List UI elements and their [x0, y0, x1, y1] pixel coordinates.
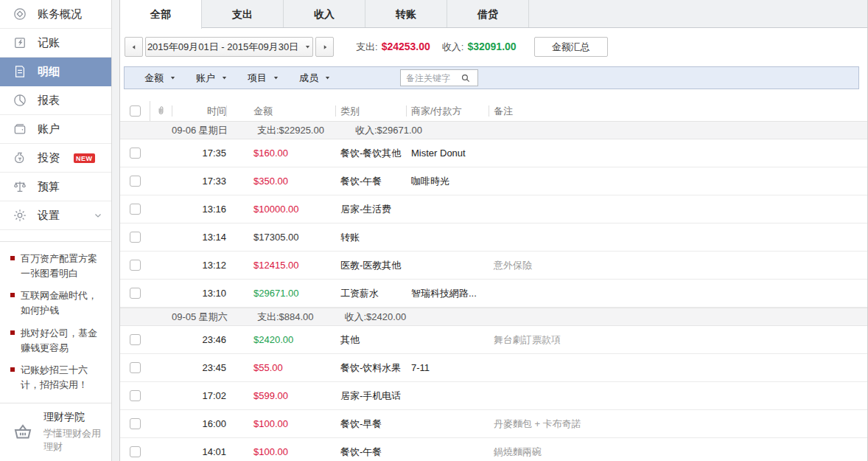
transaction-amount: $10000.00 — [226, 204, 335, 215]
transaction-note: 鍋燒麵兩碗 — [489, 446, 867, 459]
header-checkbox-cell — [120, 101, 150, 121]
search-icon[interactable] — [461, 73, 471, 83]
transaction-row[interactable]: 14:01$100.00餐饮-午餐鍋燒麵兩碗 — [120, 438, 867, 461]
news-link[interactable]: 记账妙招三十六计，招招实用！ — [10, 363, 104, 392]
row-checkbox[interactable] — [130, 334, 141, 345]
date-range-label: 2015年09月01日 - 2015年09月30日 — [147, 41, 298, 54]
row-checkbox[interactable] — [130, 446, 141, 457]
header-note: 备注 — [489, 105, 867, 117]
news-link[interactable]: 挑对好公司，基金赚钱更容易 — [10, 326, 104, 356]
row-checkbox[interactable] — [130, 418, 141, 429]
transaction-row[interactable]: 17:35$160.00餐饮-餐饮其他Mister Donut — [120, 139, 867, 167]
sidebar-item-settings[interactable]: 设置 — [0, 201, 111, 230]
select-all-checkbox[interactable] — [130, 105, 141, 117]
note-search-box — [400, 69, 478, 86]
income-value: $32091.00 — [467, 41, 516, 52]
transaction-merchant: 7-11 — [406, 362, 489, 373]
transaction-category: 餐饮-午餐 — [335, 175, 406, 188]
transaction-time: 23:46 — [172, 334, 226, 345]
news-link-text: 百万资产配置方案 一张图看明白 — [21, 252, 104, 281]
header-time: 时间 — [172, 105, 226, 117]
row-checkbox-cell — [120, 334, 150, 345]
coin-overview-icon — [12, 6, 28, 22]
transaction-time: 17:33 — [172, 176, 226, 187]
transaction-time: 13:10 — [172, 288, 226, 299]
paperclip-icon — [150, 101, 172, 121]
next-period-button[interactable] — [315, 37, 334, 57]
tab-expense[interactable]: 支出 — [202, 0, 284, 27]
row-checkbox[interactable] — [130, 148, 141, 159]
row-checkbox[interactable] — [130, 232, 141, 243]
sidebar-item-record[interactable]: 记账 — [0, 29, 111, 58]
header-merchant: 商家/付款方 — [406, 105, 489, 117]
header-category: 类别 — [335, 105, 406, 117]
sidebar-item-label: 报表 — [38, 94, 60, 108]
transaction-time: 17:35 — [172, 148, 226, 159]
row-checkbox[interactable] — [130, 176, 141, 187]
transaction-note: 意外保險 — [489, 259, 867, 272]
amount-total-button[interactable]: 金额汇总 — [534, 37, 608, 57]
transaction-row[interactable]: 13:14$17305.00转账 — [120, 223, 867, 252]
row-checkbox[interactable] — [130, 204, 141, 215]
row-checkbox[interactable] — [130, 362, 141, 373]
sidebar-item-invest[interactable]: 投资NEW — [0, 144, 111, 173]
transaction-category: 转账 — [335, 231, 406, 244]
transaction-time: 13:14 — [172, 232, 226, 243]
row-checkbox-cell — [120, 260, 150, 271]
group-income-summary: 收入:$29671.00 — [355, 124, 422, 137]
sidebar-item-account[interactable]: 账户 — [0, 115, 111, 144]
chevron-down-icon — [94, 211, 102, 220]
sidebar-item-overview[interactable]: 账务概况 — [0, 0, 111, 29]
toolbar: 2015年09月01日 - 2015年09月30日 支出: $24253.00 … — [120, 28, 867, 65]
filter-label: 金额 — [144, 72, 164, 85]
note-search-input[interactable] — [406, 73, 459, 83]
row-checkbox[interactable] — [130, 288, 141, 299]
row-checkbox[interactable] — [130, 260, 141, 271]
transaction-amount: $17305.00 — [226, 232, 335, 243]
sidebar-item-budget[interactable]: 预算 — [0, 173, 111, 201]
row-checkbox-cell — [120, 418, 150, 429]
main-panel: 全部支出收入转账借贷 2015年09月01日 - 2015年09月30日 支出:… — [119, 0, 868, 461]
transaction-row[interactable]: 17:33$350.00餐饮-午餐咖啡時光 — [120, 167, 867, 195]
tab-all[interactable]: 全部 — [120, 0, 202, 29]
group-expense-summary: 支出:$884.00 — [257, 311, 314, 324]
prev-period-button[interactable] — [125, 37, 143, 57]
filter-project-dropdown[interactable]: 项目 — [248, 72, 279, 85]
news-link[interactable]: 百万资产配置方案 一张图看明白 — [10, 252, 104, 281]
gear-icon — [12, 207, 28, 223]
transaction-row[interactable]: 16:00$100.00餐饮-早餐丹麥麵包 + 卡布奇諾 — [120, 410, 867, 438]
sidebar-item-label: 账户 — [38, 122, 60, 136]
filter-account-dropdown[interactable]: 账户 — [196, 72, 228, 85]
row-checkbox[interactable] — [130, 390, 141, 401]
transaction-time: 23:45 — [172, 362, 226, 373]
tab-income[interactable]: 收入 — [284, 0, 365, 27]
sidebar-item-detail[interactable]: 明细 — [0, 58, 111, 86]
note-pen-icon — [12, 35, 28, 51]
row-checkbox-cell — [120, 232, 150, 243]
date-range-button[interactable]: 2015年09月01日 - 2015年09月30日 — [145, 37, 313, 57]
sidebar-item-report[interactable]: 报表 — [0, 86, 111, 115]
transaction-category: 医教-医教其他 — [335, 259, 406, 272]
transaction-row[interactable]: 13:10$29671.00工资薪水智瑞科技網路... — [120, 280, 867, 308]
news-link-text: 互联网金融时代，如何护钱 — [21, 288, 104, 318]
promo-academy[interactable]: 理财学院学懂理财会用理财 — [0, 403, 111, 461]
transaction-row[interactable]: 17:02$599.00居家-手机电话 — [120, 382, 867, 410]
row-checkbox-cell — [120, 176, 150, 187]
bullet-icon — [10, 330, 15, 335]
tab-transfer[interactable]: 转账 — [365, 0, 447, 27]
filter-amount-dropdown[interactable]: 金额 — [144, 72, 176, 85]
tab-loan[interactable]: 借贷 — [447, 0, 529, 27]
transaction-amount: $599.00 — [226, 390, 335, 401]
day-group-header: 09-06 星期日支出:$22925.00收入:$29671.00 — [120, 121, 867, 139]
transaction-row[interactable]: 23:46$2420.00其他舞台劇訂票款項 — [120, 326, 867, 354]
transaction-category: 其他 — [335, 333, 406, 347]
transaction-note: 丹麥麵包 + 卡布奇諾 — [489, 417, 867, 431]
group-expense-summary: 支出:$22925.00 — [257, 124, 324, 137]
transaction-row[interactable]: 13:12$12415.00医教-医教其他意外保險 — [120, 252, 867, 280]
filter-member-dropdown[interactable]: 成员 — [299, 72, 331, 85]
bullet-icon — [10, 367, 15, 372]
transaction-row[interactable]: 23:45$55.00餐饮-饮料水果7-11 — [120, 354, 867, 382]
news-link[interactable]: 互联网金融时代，如何护钱 — [10, 288, 104, 318]
bullet-icon — [10, 256, 15, 260]
transaction-row[interactable]: 13:16$10000.00居家-生活费 — [120, 195, 867, 223]
